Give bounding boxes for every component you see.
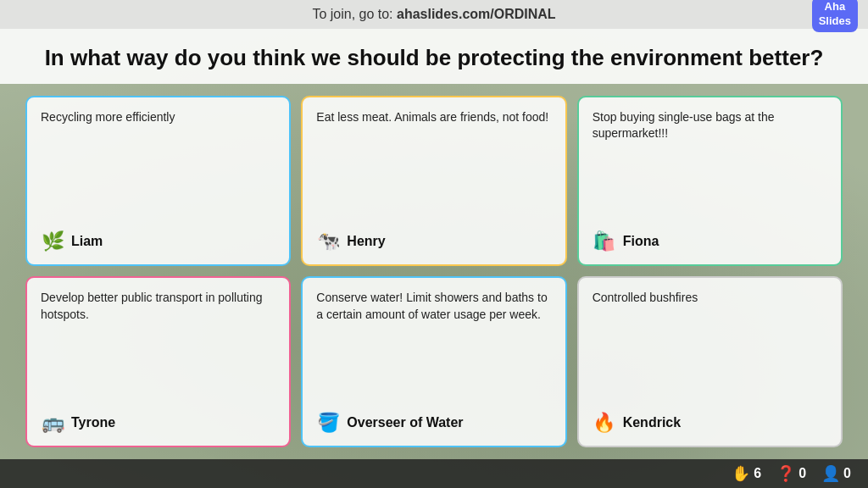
card-4-text: Develop better public transport in pollu… [41, 290, 275, 323]
card-1-user-icon: 🌿 [41, 230, 64, 252]
hand-stat: ✋ 6 [732, 464, 761, 483]
card-3: Stop buying single-use bags at the super… [577, 96, 843, 267]
card-6: Controlled bushfires🔥Kendrick [577, 276, 843, 447]
cards-grid: Recycling more efficiently🌿LiamEat less … [0, 84, 868, 460]
card-5-user: 🪣Overseer of Water [316, 412, 551, 434]
card-5-user-name: Overseer of Water [347, 415, 463, 430]
card-6-text: Controlled bushfires [593, 290, 827, 307]
card-4-user-icon: 🚌 [41, 412, 64, 434]
question-stat: ❓ 0 [776, 464, 806, 483]
card-2-user-icon: 🐄 [316, 230, 340, 252]
question-icon: ❓ [776, 464, 795, 483]
person-icon: 👤 [821, 464, 840, 483]
aha-logo-line2: Slides [819, 14, 851, 29]
card-6-user-name: Kendrick [623, 415, 681, 430]
card-1: Recycling more efficiently🌿Liam [25, 96, 291, 267]
card-2-text: Eat less meat. Animals are friends, not … [316, 109, 551, 126]
card-3-user-icon: 🛍️ [593, 230, 616, 252]
bottom-bar: ✋ 6 ❓ 0 👤 0 [0, 459, 868, 488]
question-text: In what way do you think we should be pr… [34, 44, 834, 72]
question-count: 0 [798, 466, 806, 481]
card-3-user: 🛍️Fiona [593, 230, 827, 252]
join-prefix: To join, go to: [312, 7, 397, 21]
card-2-user: 🐄Henry [316, 230, 551, 252]
card-5: Conserve water! Limit showers and baths … [301, 276, 566, 447]
card-5-user-icon: 🪣 [316, 412, 340, 434]
card-3-text: Stop buying single-use bags at the super… [593, 109, 827, 142]
hand-icon: ✋ [732, 464, 750, 483]
person-count: 0 [843, 466, 851, 481]
card-4-user: 🚌Tyrone [41, 412, 275, 434]
card-2: Eat less meat. Animals are friends, not … [301, 96, 566, 267]
card-1-user: 🌿Liam [41, 230, 275, 252]
card-4: Develop better public transport in pollu… [25, 276, 291, 447]
card-1-text: Recycling more efficiently [41, 109, 275, 126]
card-1-user-name: Liam [71, 234, 103, 249]
card-2-user-name: Henry [347, 234, 385, 249]
person-stat: 👤 0 [821, 464, 851, 483]
join-url: ahaslides.com/ORDINAL [397, 7, 556, 21]
card-4-user-name: Tyrone [71, 415, 115, 430]
hand-count: 6 [754, 466, 761, 481]
top-bar: To join, go to: ahaslides.com/ORDINAL Ah… [0, 0, 868, 29]
card-6-user-icon: 🔥 [593, 412, 616, 434]
card-5-text: Conserve water! Limit showers and baths … [316, 290, 551, 323]
card-6-user: 🔥Kendrick [593, 412, 827, 434]
aha-logo: Aha Slides [812, 0, 858, 32]
question-area: In what way do you think we should be pr… [0, 29, 868, 84]
aha-logo-line1: Aha [819, 0, 851, 14]
card-3-user-name: Fiona [623, 234, 659, 249]
